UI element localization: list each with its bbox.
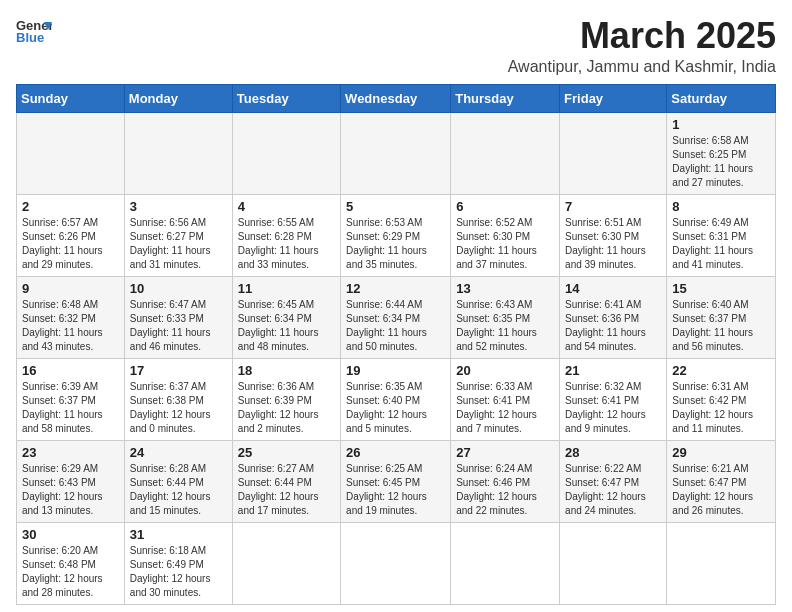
calendar-day-cell: 8Sunrise: 6:49 AM Sunset: 6:31 PM Daylig… [667, 194, 776, 276]
day-info: Sunrise: 6:44 AM Sunset: 6:34 PM Dayligh… [346, 298, 445, 354]
weekday-header-tuesday: Tuesday [232, 84, 340, 112]
day-number: 25 [238, 445, 335, 460]
calendar-day-cell: 19Sunrise: 6:35 AM Sunset: 6:40 PM Dayli… [341, 358, 451, 440]
logo: General Blue [16, 16, 52, 44]
day-number: 28 [565, 445, 661, 460]
day-info: Sunrise: 6:36 AM Sunset: 6:39 PM Dayligh… [238, 380, 335, 436]
calendar-day-cell: 3Sunrise: 6:56 AM Sunset: 6:27 PM Daylig… [124, 194, 232, 276]
calendar-day-cell: 29Sunrise: 6:21 AM Sunset: 6:47 PM Dayli… [667, 440, 776, 522]
day-number: 18 [238, 363, 335, 378]
day-number: 9 [22, 281, 119, 296]
calendar-day-cell: 9Sunrise: 6:48 AM Sunset: 6:32 PM Daylig… [17, 276, 125, 358]
calendar-day-cell: 15Sunrise: 6:40 AM Sunset: 6:37 PM Dayli… [667, 276, 776, 358]
day-info: Sunrise: 6:41 AM Sunset: 6:36 PM Dayligh… [565, 298, 661, 354]
calendar-day-cell: 28Sunrise: 6:22 AM Sunset: 6:47 PM Dayli… [560, 440, 667, 522]
day-number: 13 [456, 281, 554, 296]
calendar-day-cell: 17Sunrise: 6:37 AM Sunset: 6:38 PM Dayli… [124, 358, 232, 440]
day-number: 12 [346, 281, 445, 296]
day-number: 23 [22, 445, 119, 460]
day-number: 27 [456, 445, 554, 460]
weekday-header-monday: Monday [124, 84, 232, 112]
calendar-day-cell: 10Sunrise: 6:47 AM Sunset: 6:33 PM Dayli… [124, 276, 232, 358]
day-info: Sunrise: 6:43 AM Sunset: 6:35 PM Dayligh… [456, 298, 554, 354]
day-number: 2 [22, 199, 119, 214]
day-info: Sunrise: 6:56 AM Sunset: 6:27 PM Dayligh… [130, 216, 227, 272]
logo-icon: General Blue [16, 16, 52, 44]
calendar-day-cell: 1Sunrise: 6:58 AM Sunset: 6:25 PM Daylig… [667, 112, 776, 194]
calendar-week-row: 2Sunrise: 6:57 AM Sunset: 6:26 PM Daylig… [17, 194, 776, 276]
calendar-week-row: 23Sunrise: 6:29 AM Sunset: 6:43 PM Dayli… [17, 440, 776, 522]
calendar-day-cell: 18Sunrise: 6:36 AM Sunset: 6:39 PM Dayli… [232, 358, 340, 440]
calendar-day-cell: 16Sunrise: 6:39 AM Sunset: 6:37 PM Dayli… [17, 358, 125, 440]
day-number: 21 [565, 363, 661, 378]
calendar-day-cell: 7Sunrise: 6:51 AM Sunset: 6:30 PM Daylig… [560, 194, 667, 276]
calendar-day-cell: 2Sunrise: 6:57 AM Sunset: 6:26 PM Daylig… [17, 194, 125, 276]
calendar-day-cell: 11Sunrise: 6:45 AM Sunset: 6:34 PM Dayli… [232, 276, 340, 358]
day-info: Sunrise: 6:32 AM Sunset: 6:41 PM Dayligh… [565, 380, 661, 436]
weekday-header-row: SundayMondayTuesdayWednesdayThursdayFrid… [17, 84, 776, 112]
calendar-day-cell [667, 522, 776, 604]
calendar-day-cell: 21Sunrise: 6:32 AM Sunset: 6:41 PM Dayli… [560, 358, 667, 440]
day-info: Sunrise: 6:27 AM Sunset: 6:44 PM Dayligh… [238, 462, 335, 518]
calendar-week-row: 9Sunrise: 6:48 AM Sunset: 6:32 PM Daylig… [17, 276, 776, 358]
day-number: 22 [672, 363, 770, 378]
calendar-day-cell [341, 112, 451, 194]
weekday-header-thursday: Thursday [451, 84, 560, 112]
day-info: Sunrise: 6:25 AM Sunset: 6:45 PM Dayligh… [346, 462, 445, 518]
day-info: Sunrise: 6:29 AM Sunset: 6:43 PM Dayligh… [22, 462, 119, 518]
calendar-day-cell [560, 522, 667, 604]
day-number: 19 [346, 363, 445, 378]
calendar-day-cell [17, 112, 125, 194]
day-info: Sunrise: 6:58 AM Sunset: 6:25 PM Dayligh… [672, 134, 770, 190]
day-info: Sunrise: 6:18 AM Sunset: 6:49 PM Dayligh… [130, 544, 227, 600]
calendar-week-row: 1Sunrise: 6:58 AM Sunset: 6:25 PM Daylig… [17, 112, 776, 194]
title-area: March 2025 Awantipur, Jammu and Kashmir,… [508, 16, 776, 76]
day-info: Sunrise: 6:21 AM Sunset: 6:47 PM Dayligh… [672, 462, 770, 518]
day-number: 15 [672, 281, 770, 296]
day-info: Sunrise: 6:33 AM Sunset: 6:41 PM Dayligh… [456, 380, 554, 436]
month-title: March 2025 [508, 16, 776, 56]
calendar-day-cell [451, 522, 560, 604]
day-number: 20 [456, 363, 554, 378]
day-number: 29 [672, 445, 770, 460]
location-title: Awantipur, Jammu and Kashmir, India [508, 58, 776, 76]
page-header: General Blue March 2025 Awantipur, Jammu… [16, 16, 776, 76]
day-info: Sunrise: 6:45 AM Sunset: 6:34 PM Dayligh… [238, 298, 335, 354]
calendar-day-cell: 5Sunrise: 6:53 AM Sunset: 6:29 PM Daylig… [341, 194, 451, 276]
day-info: Sunrise: 6:24 AM Sunset: 6:46 PM Dayligh… [456, 462, 554, 518]
day-info: Sunrise: 6:28 AM Sunset: 6:44 PM Dayligh… [130, 462, 227, 518]
calendar-day-cell [232, 522, 340, 604]
svg-text:Blue: Blue [16, 30, 44, 44]
calendar-day-cell: 14Sunrise: 6:41 AM Sunset: 6:36 PM Dayli… [560, 276, 667, 358]
day-number: 14 [565, 281, 661, 296]
day-info: Sunrise: 6:40 AM Sunset: 6:37 PM Dayligh… [672, 298, 770, 354]
day-number: 24 [130, 445, 227, 460]
day-number: 31 [130, 527, 227, 542]
weekday-header-sunday: Sunday [17, 84, 125, 112]
calendar-day-cell: 25Sunrise: 6:27 AM Sunset: 6:44 PM Dayli… [232, 440, 340, 522]
weekday-header-saturday: Saturday [667, 84, 776, 112]
calendar-day-cell: 31Sunrise: 6:18 AM Sunset: 6:49 PM Dayli… [124, 522, 232, 604]
calendar-day-cell [560, 112, 667, 194]
day-number: 11 [238, 281, 335, 296]
calendar-day-cell: 22Sunrise: 6:31 AM Sunset: 6:42 PM Dayli… [667, 358, 776, 440]
calendar-day-cell: 4Sunrise: 6:55 AM Sunset: 6:28 PM Daylig… [232, 194, 340, 276]
day-number: 8 [672, 199, 770, 214]
weekday-header-friday: Friday [560, 84, 667, 112]
day-number: 1 [672, 117, 770, 132]
day-info: Sunrise: 6:20 AM Sunset: 6:48 PM Dayligh… [22, 544, 119, 600]
day-number: 5 [346, 199, 445, 214]
calendar-day-cell: 30Sunrise: 6:20 AM Sunset: 6:48 PM Dayli… [17, 522, 125, 604]
day-info: Sunrise: 6:53 AM Sunset: 6:29 PM Dayligh… [346, 216, 445, 272]
day-info: Sunrise: 6:39 AM Sunset: 6:37 PM Dayligh… [22, 380, 119, 436]
day-info: Sunrise: 6:47 AM Sunset: 6:33 PM Dayligh… [130, 298, 227, 354]
day-info: Sunrise: 6:51 AM Sunset: 6:30 PM Dayligh… [565, 216, 661, 272]
day-info: Sunrise: 6:22 AM Sunset: 6:47 PM Dayligh… [565, 462, 661, 518]
calendar-day-cell [124, 112, 232, 194]
day-info: Sunrise: 6:49 AM Sunset: 6:31 PM Dayligh… [672, 216, 770, 272]
calendar-day-cell: 13Sunrise: 6:43 AM Sunset: 6:35 PM Dayli… [451, 276, 560, 358]
calendar-week-row: 30Sunrise: 6:20 AM Sunset: 6:48 PM Dayli… [17, 522, 776, 604]
calendar-day-cell: 6Sunrise: 6:52 AM Sunset: 6:30 PM Daylig… [451, 194, 560, 276]
calendar-week-row: 16Sunrise: 6:39 AM Sunset: 6:37 PM Dayli… [17, 358, 776, 440]
day-number: 16 [22, 363, 119, 378]
